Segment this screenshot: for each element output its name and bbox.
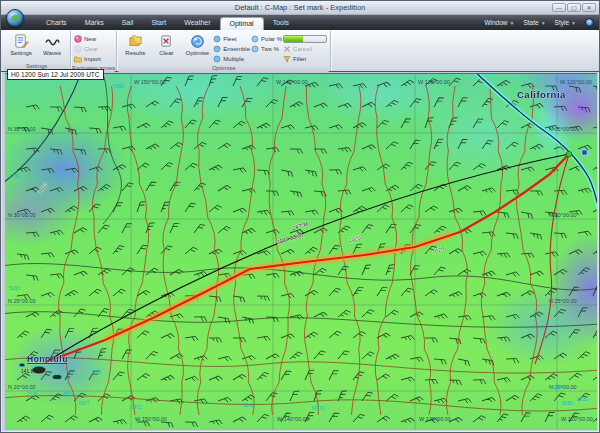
wind-barb-icon bbox=[266, 353, 279, 363]
fleet-button[interactable]: Fleet bbox=[213, 34, 250, 43]
wind-barb-icon bbox=[89, 128, 102, 133]
wind-barb-icon bbox=[425, 288, 438, 299]
grib-time-label: H0 1200 Sun 12 Jul 2009 UTC bbox=[7, 69, 104, 80]
settings-icon bbox=[14, 34, 29, 49]
wind-barb-icon bbox=[65, 205, 78, 216]
wind-barb-icon bbox=[530, 392, 542, 404]
wind-barb-icon bbox=[185, 376, 198, 385]
tab-tools[interactable]: Tools bbox=[264, 17, 298, 30]
tab-sail[interactable]: Sail bbox=[113, 17, 143, 30]
wind-barb-icon bbox=[209, 420, 222, 427]
wind-barb-icon bbox=[122, 222, 132, 235]
tws-percent-icon bbox=[251, 45, 259, 53]
wind-barb-icon bbox=[401, 286, 413, 298]
wind-barb-icon bbox=[362, 144, 375, 153]
wind-barb-icon bbox=[458, 185, 471, 195]
waves-button[interactable]: Waves bbox=[37, 32, 67, 56]
menu-state[interactable]: State ▼ bbox=[523, 19, 545, 26]
wind-barb-icon bbox=[233, 338, 246, 343]
filter-button[interactable]: Filter bbox=[283, 54, 327, 63]
results-button[interactable]: Results bbox=[120, 32, 150, 56]
wind-barb-icon bbox=[89, 246, 101, 258]
wind-barb-icon bbox=[218, 142, 231, 153]
wind-barb-icon bbox=[290, 389, 299, 402]
ribbon-group-exclusion-zones: New Clear Import bbox=[71, 31, 117, 71]
tws-percent-button[interactable]: Tws % bbox=[251, 44, 282, 53]
close-button[interactable]: ✕ bbox=[582, 3, 596, 12]
wind-barb-icon bbox=[506, 233, 519, 239]
tab-optimal[interactable]: Optimal bbox=[220, 17, 264, 30]
ensemble-button[interactable]: Ensemble bbox=[213, 44, 250, 53]
start-point[interactable] bbox=[566, 151, 572, 157]
polar-percent-button[interactable]: Polar % bbox=[251, 34, 282, 43]
wind-barb-icon bbox=[545, 411, 554, 424]
wind-barb-icon bbox=[458, 268, 471, 279]
minimize-button[interactable]: — bbox=[552, 3, 566, 12]
tab-marks[interactable]: Marks bbox=[76, 17, 113, 30]
application-globe-button[interactable] bbox=[6, 9, 24, 27]
isoline bbox=[5, 396, 597, 412]
wind-barb-icon bbox=[329, 124, 342, 132]
wind-barb-icon bbox=[314, 349, 326, 362]
wind-barb-icon bbox=[569, 285, 579, 298]
help-icon[interactable]: ? bbox=[585, 18, 594, 27]
new-exclusion-button[interactable]: New bbox=[74, 34, 101, 43]
import-exclusion-button[interactable]: Import bbox=[74, 54, 101, 63]
tab-start[interactable]: Start bbox=[142, 17, 175, 30]
wind-barb-icon bbox=[257, 296, 270, 301]
wind-barb-icon bbox=[434, 137, 443, 150]
chart-area[interactable]: N 35°00.00N 35°00.00N 30°00.00N 30°00.00… bbox=[5, 73, 597, 430]
depth-label: 5259 bbox=[552, 384, 563, 390]
lon-label: W 140°00.00 bbox=[276, 79, 308, 85]
clear-results-button[interactable]: Clear bbox=[151, 32, 181, 56]
maximize-button[interactable]: ▢ bbox=[567, 3, 581, 12]
multiple-button[interactable]: Multiple bbox=[213, 54, 250, 63]
wind-barb-icon bbox=[233, 416, 246, 426]
wind-barb-icon bbox=[26, 311, 39, 321]
clear-exclusion-button[interactable]: Clear bbox=[74, 44, 101, 53]
mark-square[interactable] bbox=[582, 150, 587, 155]
wind-barb-icon bbox=[233, 120, 246, 132]
tab-weather[interactable]: Weather bbox=[175, 17, 219, 30]
wind-barb-icon bbox=[497, 119, 509, 131]
place-label-honolulu: Honolulu bbox=[27, 354, 68, 364]
wind-barb-icon bbox=[233, 168, 246, 175]
wind-barb-icon bbox=[122, 181, 133, 194]
isobar-label: 1020 bbox=[348, 235, 361, 243]
optimise-button[interactable]: Optimise bbox=[182, 32, 212, 56]
optimal-route-line[interactable] bbox=[46, 154, 569, 362]
wind-barb-icon bbox=[65, 249, 78, 258]
wind-barb-icon bbox=[353, 122, 366, 132]
depth-label: 1032 bbox=[577, 396, 588, 402]
wind-barb-icon bbox=[434, 313, 447, 321]
wind-barb-icon bbox=[473, 338, 486, 344]
wind-barb-icon bbox=[329, 369, 339, 382]
menu-style[interactable]: Style ▼ bbox=[555, 19, 576, 26]
wind-barb-icon bbox=[545, 372, 558, 383]
wind-barb-icon bbox=[304, 170, 317, 176]
window-title: Default : C-Map : Set mark - Expedition bbox=[1, 3, 599, 12]
wind-barb-icon bbox=[257, 210, 270, 217]
wind-barb-icon bbox=[98, 183, 111, 194]
wind-barb-icon bbox=[89, 416, 102, 426]
isochrone-line bbox=[340, 86, 361, 415]
wind-barb-icon bbox=[314, 311, 327, 321]
wind-barb-icon bbox=[233, 250, 246, 258]
isochrone-line bbox=[516, 86, 537, 415]
depth-label: 6971 bbox=[131, 404, 142, 410]
wind-barb-icon bbox=[434, 359, 447, 364]
wind-barb-icon bbox=[593, 327, 597, 340]
wind-barb-icon bbox=[386, 393, 399, 404]
settings-button[interactable]: Settings bbox=[6, 32, 36, 56]
wind-barb-icon bbox=[50, 149, 63, 155]
wind-barb-icon bbox=[65, 326, 74, 339]
wind-barb-icon bbox=[338, 389, 347, 402]
cancel-button[interactable]: Cancel bbox=[283, 44, 327, 53]
wind-barb-icon bbox=[122, 267, 134, 279]
wind-barb-icon bbox=[410, 357, 423, 364]
menu-window[interactable]: Window ▼ bbox=[484, 19, 514, 26]
tab-charts[interactable]: Charts bbox=[37, 17, 76, 30]
wind-barb-icon bbox=[473, 292, 486, 300]
wind-barb-icon bbox=[425, 205, 438, 216]
wind-barb-icon bbox=[362, 223, 373, 236]
